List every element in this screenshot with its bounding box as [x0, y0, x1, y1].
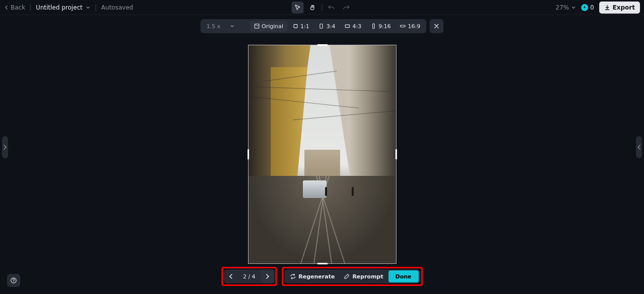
- canvas-image-frame[interactable]: [248, 45, 396, 264]
- aspect-label: 4:3: [352, 23, 361, 30]
- aspect-original[interactable]: Original: [250, 21, 287, 32]
- highlight-pager: 2 / 4: [221, 267, 277, 286]
- resize-handle-bottom[interactable]: [317, 263, 328, 264]
- svg-rect-4: [372, 24, 374, 28]
- chevron-down-icon: [86, 5, 91, 10]
- top-bar-center: [292, 2, 353, 14]
- done-button[interactable]: Done: [388, 270, 419, 282]
- aspect-label: Original: [262, 23, 283, 30]
- chevron-down-icon: [229, 24, 234, 29]
- credits-value: 0: [590, 4, 594, 11]
- aspect-toolbar: 1.5 x Original 1:1 3:4 4:3 9:16 16:9: [200, 19, 443, 33]
- undo-icon: [328, 4, 335, 11]
- select-tool-button[interactable]: [292, 2, 304, 14]
- zoom-value: 27%: [555, 4, 569, 11]
- top-bar-right: 27% ✦ 0 Export: [555, 2, 640, 14]
- aspect-3-4[interactable]: 3:4: [314, 21, 340, 32]
- hand-tool-button[interactable]: [307, 2, 319, 14]
- chevron-left-icon: [228, 273, 234, 279]
- svg-rect-3: [345, 25, 350, 27]
- close-icon: [434, 23, 440, 29]
- done-label: Done: [395, 273, 412, 280]
- reprompt-button[interactable]: Reprompt: [340, 270, 387, 282]
- aspect-label: 9:16: [378, 23, 391, 30]
- svg-rect-5: [400, 25, 405, 27]
- chevron-left-icon: [637, 145, 641, 150]
- hand-icon: [309, 4, 316, 11]
- download-icon: [604, 5, 610, 11]
- generated-image: [249, 45, 396, 263]
- landscape-icon: [344, 23, 350, 29]
- regenerate-icon: [290, 273, 296, 279]
- scale-label: 1.5 x: [206, 23, 220, 30]
- regenerate-label: Regenerate: [298, 273, 335, 280]
- close-aspect-button[interactable]: [430, 19, 444, 33]
- bottom-controls: 2 / 4 Regenerate Reprompt Done: [221, 267, 423, 286]
- expand-right-panel[interactable]: [636, 136, 642, 158]
- credits-button[interactable]: ✦ 0: [581, 4, 594, 11]
- autosave-status: Autosaved: [101, 4, 133, 11]
- export-label: Export: [613, 4, 635, 11]
- back-label: Back: [11, 4, 25, 11]
- credits-icon: ✦: [581, 4, 588, 11]
- aspect-1-1[interactable]: 1:1: [288, 21, 313, 32]
- chevron-right-icon: [264, 273, 270, 279]
- reprompt-icon: [344, 273, 350, 279]
- resize-handle-top[interactable]: [317, 44, 328, 46]
- redo-button[interactable]: [341, 2, 353, 14]
- back-button[interactable]: Back: [4, 4, 25, 11]
- help-icon: [10, 277, 17, 284]
- resize-handle-right[interactable]: [395, 149, 397, 159]
- svg-rect-0: [255, 24, 259, 29]
- action-strip: Regenerate Reprompt Done: [284, 269, 420, 283]
- aspect-group: 1.5 x Original 1:1 3:4 4:3 9:16 16:9: [200, 19, 426, 33]
- divider: [30, 4, 31, 11]
- tall-icon: [370, 23, 376, 29]
- top-bar-left: Back Untitled project Autosaved: [4, 4, 133, 11]
- aspect-4-3[interactable]: 4:3: [340, 21, 365, 32]
- pager-label: 2 / 4: [238, 273, 260, 280]
- cursor-icon: [294, 4, 301, 11]
- portrait-icon: [318, 23, 325, 29]
- pager-prev-button[interactable]: [224, 269, 238, 283]
- scale-dropdown[interactable]: 1.5 x: [202, 21, 249, 32]
- expand-left-panel[interactable]: [2, 136, 8, 158]
- highlight-actions: Regenerate Reprompt Done: [282, 267, 423, 286]
- aspect-label: 3:4: [327, 23, 336, 30]
- aspect-9-16[interactable]: 9:16: [366, 21, 395, 32]
- svg-rect-2: [320, 24, 323, 29]
- svg-rect-1: [294, 25, 297, 28]
- chevron-left-icon: [4, 5, 9, 10]
- original-icon: [254, 23, 260, 29]
- divider: [96, 4, 96, 11]
- zoom-dropdown[interactable]: 27%: [555, 4, 576, 11]
- divider: [322, 4, 323, 11]
- aspect-label: 1:1: [300, 23, 309, 30]
- square-icon: [292, 23, 298, 29]
- help-button[interactable]: [7, 274, 20, 287]
- chevron-down-icon: [571, 5, 576, 10]
- wide-icon: [400, 23, 406, 29]
- project-title: Untitled project: [36, 4, 83, 11]
- variation-pager: 2 / 4: [224, 269, 274, 283]
- chevron-right-icon: [3, 145, 7, 150]
- regenerate-button[interactable]: Regenerate: [286, 270, 339, 282]
- reprompt-label: Reprompt: [352, 273, 383, 280]
- aspect-16-9[interactable]: 16:9: [396, 21, 425, 32]
- top-bar: Back Untitled project Autosaved 27% ✦: [0, 0, 644, 15]
- project-title-dropdown[interactable]: Untitled project: [36, 4, 91, 11]
- pager-next-button[interactable]: [260, 269, 274, 283]
- aspect-label: 16:9: [408, 23, 421, 30]
- export-button[interactable]: Export: [599, 2, 640, 14]
- redo-icon: [343, 4, 350, 11]
- resize-handle-left[interactable]: [248, 149, 249, 159]
- undo-button[interactable]: [326, 2, 338, 14]
